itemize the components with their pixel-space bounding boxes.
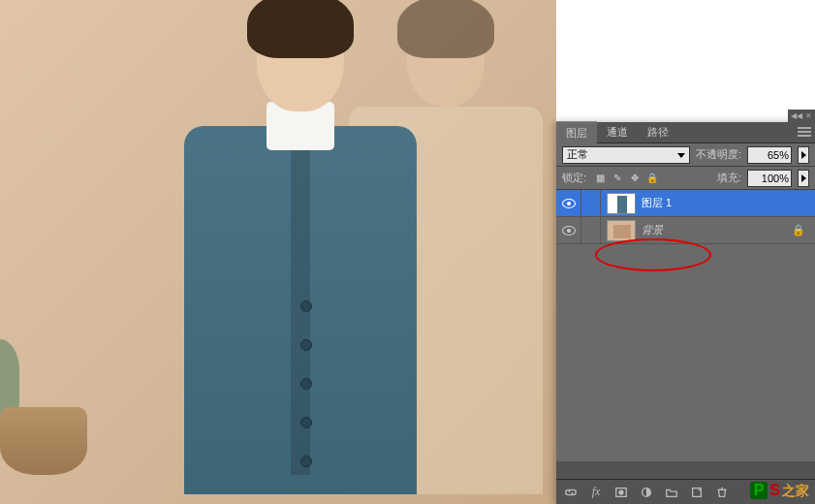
layer-thumbnail[interactable] xyxy=(607,193,636,214)
eye-icon xyxy=(562,226,576,236)
lock-all-icon[interactable]: 🔒 xyxy=(644,171,660,186)
eye-icon xyxy=(562,199,576,208)
mask-icon[interactable] xyxy=(612,484,630,501)
layer-row[interactable]: 图层 1 xyxy=(556,190,815,217)
lock-label: 锁定: xyxy=(562,171,586,185)
tab-channels[interactable]: 通道 xyxy=(597,121,638,143)
visibility-toggle[interactable] xyxy=(556,217,581,243)
layers-panel: ◀◀ ✕ 图层 通道 路径 正常 不透明度: 65% 锁定: ▦ ✎ ✥ 🔒 填… xyxy=(556,122,815,504)
layer-thumbnail[interactable] xyxy=(607,220,636,241)
layer-name[interactable]: 图层 1 xyxy=(642,196,672,210)
opacity-flyout-icon[interactable] xyxy=(798,146,809,164)
fill-label: 填充: xyxy=(717,171,741,185)
lock-pixels-icon[interactable]: ✎ xyxy=(610,171,625,186)
trash-icon[interactable] xyxy=(713,484,731,501)
fill-flyout-icon[interactable] xyxy=(798,170,809,187)
panel-collapse-button[interactable]: ◀◀ ✕ xyxy=(788,110,815,122)
watermark-s: S xyxy=(769,482,780,499)
layers-list: 图层 1 背景 🔒 xyxy=(556,190,815,461)
group-icon[interactable] xyxy=(663,484,680,501)
tab-layers[interactable]: 图层 xyxy=(556,121,597,144)
watermark-p: P xyxy=(750,482,768,499)
pot xyxy=(0,407,87,475)
blend-opacity-row: 正常 不透明度: 65% xyxy=(556,143,815,167)
visibility-toggle[interactable] xyxy=(556,190,581,216)
watermark-cn: 之家 xyxy=(782,483,809,500)
layer-name[interactable]: 背景 xyxy=(642,223,663,237)
vase xyxy=(0,339,19,417)
pottery-props xyxy=(0,339,136,475)
tab-paths[interactable]: 路径 xyxy=(638,121,678,143)
link-layers-icon[interactable] xyxy=(562,484,580,501)
lock-icons-group: ▦ ✎ ✥ 🔒 xyxy=(592,171,660,186)
opacity-label: 不透明度: xyxy=(696,147,741,162)
adjustment-icon[interactable] xyxy=(638,484,655,501)
figure-left xyxy=(155,0,436,504)
panel-menu-icon[interactable] xyxy=(798,126,811,138)
lock-position-icon[interactable]: ✥ xyxy=(627,171,643,186)
lock-fill-row: 锁定: ▦ ✎ ✥ 🔒 填充: 100% xyxy=(556,167,815,190)
layer-row[interactable]: 背景 🔒 xyxy=(556,217,815,244)
fill-input[interactable]: 100% xyxy=(747,170,792,187)
fx-icon[interactable]: fx xyxy=(587,484,605,501)
lock-indicator-icon: 🔒 xyxy=(792,224,805,236)
svg-point-1 xyxy=(618,489,623,494)
watermark: P S 之家 xyxy=(750,482,809,500)
blend-mode-dropdown[interactable]: 正常 xyxy=(562,146,690,164)
new-layer-icon[interactable] xyxy=(688,484,705,501)
link-column[interactable] xyxy=(581,190,601,216)
panel-tabs: 图层 通道 路径 xyxy=(556,122,815,143)
lock-transparent-icon[interactable]: ▦ xyxy=(592,171,608,186)
link-column[interactable] xyxy=(581,217,601,243)
canvas-area[interactable] xyxy=(0,0,556,504)
opacity-input[interactable]: 65% xyxy=(747,146,792,164)
